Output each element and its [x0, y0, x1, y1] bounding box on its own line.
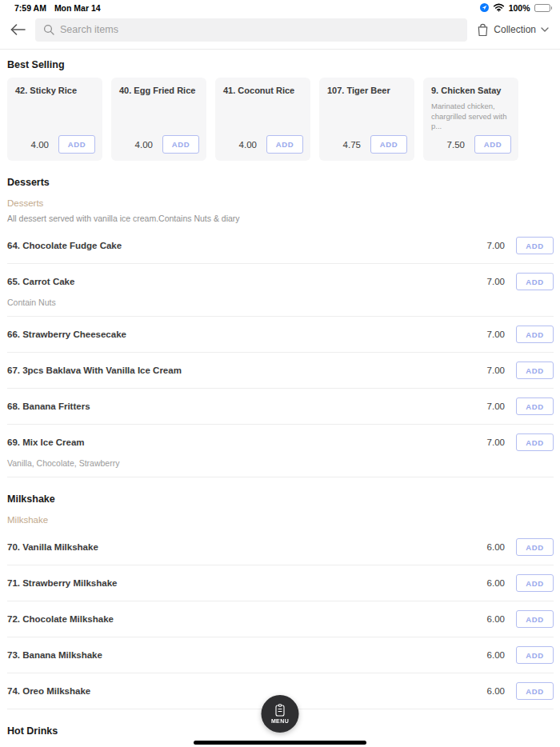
section-title: Milkshake [7, 493, 554, 505]
menu-item-row[interactable]: 72. Chocolate Milkshake 6.00 ADD [7, 601, 554, 637]
card-price: 4.00 [135, 140, 153, 150]
item-name: 72. Chocolate Milkshake [7, 614, 487, 624]
search-icon [43, 24, 54, 35]
card-price: 4.75 [343, 140, 361, 150]
item-name: 74. Oreo Milkshake [7, 686, 487, 696]
add-button[interactable]: ADD [516, 433, 554, 451]
menu-item-row[interactable]: 68. Banana Fritters 7.00 ADD [7, 389, 554, 425]
item-name: 68. Banana Fritters [7, 401, 487, 411]
add-button[interactable]: ADD [516, 326, 554, 343]
card-title: 107. Tiger Beer [327, 86, 407, 97]
item-name: 71. Strawberry Milkshake [7, 578, 487, 588]
item-price: 6.00 [487, 614, 505, 624]
best-selling-title: Best Selling [7, 59, 554, 70]
card-price: 4.00 [239, 140, 257, 150]
add-button[interactable]: ADD [58, 135, 95, 154]
card-desc: Marinated chicken, chargrilled served wi… [431, 102, 511, 132]
card-title: 42. Sticky Rice [15, 86, 95, 97]
item-price: 7.00 [487, 366, 505, 375]
status-bar: 7:59 AM Mon Mar 14 100% [0, 0, 560, 14]
item-price: 7.00 [487, 330, 505, 339]
menu-item-row[interactable]: 70. Vanilla Milkshake 6.00 ADD [7, 529, 554, 565]
status-time: 7:59 AM [14, 3, 46, 13]
item-name: 70. Vanilla Milkshake [7, 542, 487, 552]
header-divider [0, 49, 560, 50]
card-price: 4.00 [31, 140, 49, 150]
best-selling-card[interactable]: 9. Chicken Satay Marinated chicken, char… [423, 78, 518, 161]
menu-item-row[interactable]: 67. 3pcs Baklava With Vanilla Ice Cream … [7, 353, 554, 389]
card-price: 7.50 [447, 140, 465, 150]
item-price: 6.00 [487, 578, 505, 588]
item-name: 65. Carrot Cake [7, 277, 487, 286]
menu-icon [275, 704, 286, 717]
add-button[interactable]: ADD [516, 646, 554, 664]
best-selling-cards: 42. Sticky Rice 4.00 ADD 40. Egg Fried R… [7, 78, 554, 161]
section-items: 70. Vanilla Milkshake 6.00 ADD 71. Straw… [7, 529, 554, 709]
best-selling-card[interactable]: 41. Coconut Rice 4.00 ADD [215, 78, 310, 161]
item-price: 6.00 [487, 650, 505, 660]
add-button[interactable]: ADD [516, 273, 554, 290]
chevron-down-icon [541, 27, 549, 32]
item-name: 67. 3pcs Baklava With Vanilla Ice Cream [7, 366, 487, 375]
item-price: 7.00 [487, 401, 505, 411]
menu-item-row[interactable]: 71. Strawberry Milkshake 6.00 ADD [7, 565, 554, 601]
collection-dropdown[interactable]: Collection [475, 20, 550, 40]
item-price: 6.00 [487, 542, 505, 552]
add-button[interactable]: ADD [516, 574, 554, 592]
item-price: 6.00 [487, 686, 505, 696]
best-selling-card[interactable]: 40. Egg Fried Rice 4.00 ADD [111, 78, 206, 161]
add-button[interactable]: ADD [516, 538, 554, 556]
menu-item-row[interactable]: 66. Strawberry Cheesecake 7.00 ADD [7, 317, 554, 353]
add-button[interactable]: ADD [162, 135, 199, 154]
sections-container: Desserts Desserts All dessert served wit… [7, 177, 554, 747]
search-bar[interactable] [35, 18, 467, 42]
section-subtitle: Desserts [7, 198, 554, 208]
status-date: Mon Mar 14 [54, 3, 101, 13]
item-name: 66. Strawberry Cheesecake [7, 330, 487, 339]
best-selling-card[interactable]: 42. Sticky Rice 4.00 ADD [7, 78, 102, 161]
add-button[interactable]: ADD [516, 362, 554, 379]
wifi-icon [493, 3, 505, 12]
add-button[interactable]: ADD [516, 610, 554, 628]
item-price: 7.00 [487, 277, 505, 286]
add-button[interactable]: ADD [516, 397, 554, 415]
add-button[interactable]: ADD [516, 682, 554, 700]
menu-item-row[interactable]: 73. Banana Milkshake 6.00 ADD [7, 637, 554, 673]
item-price: 7.00 [487, 241, 505, 250]
menu-fab-button[interactable]: MENU [262, 695, 299, 733]
item-name: 73. Banana Milkshake [7, 650, 487, 660]
section-title: Desserts [7, 177, 554, 188]
battery-percent: 100% [509, 3, 530, 13]
item-desc: Contain Nuts [7, 298, 554, 307]
menu-fab-label: MENU [271, 718, 289, 724]
add-button[interactable]: ADD [516, 237, 554, 254]
battery-icon [534, 4, 553, 12]
menu-section: Milkshake Milkshake 70. Vanilla Milkshak… [7, 493, 554, 709]
menu-content: Best Selling 42. Sticky Rice 4.00 ADD 40… [0, 59, 560, 747]
card-title: 9. Chicken Satay [431, 86, 511, 97]
item-price: 7.00 [487, 437, 505, 447]
menu-section: Desserts Desserts All dessert served wit… [7, 177, 554, 477]
item-desc: Vanilla, Chocolate, Strawberry [7, 458, 554, 468]
section-items: 64. Chocolate Fudge Cake 7.00 ADD 65. Ca… [7, 228, 554, 477]
home-indicator[interactable] [194, 741, 366, 745]
search-input[interactable] [60, 24, 459, 35]
add-button[interactable]: ADD [474, 135, 511, 154]
section-description: All dessert served with vanilla ice crea… [7, 214, 554, 223]
menu-item-row[interactable]: 69. Mix Ice Cream 7.00 ADD Vanilla, Choc… [7, 425, 554, 477]
bag-icon [477, 23, 489, 37]
back-button[interactable] [8, 20, 27, 39]
item-name: 69. Mix Ice Cream [7, 437, 487, 447]
header: Collection [0, 14, 560, 46]
card-title: 41. Coconut Rice [223, 86, 303, 97]
item-name: 64. Chocolate Fudge Cake [7, 241, 487, 250]
add-button[interactable]: ADD [370, 135, 407, 154]
best-selling-card[interactable]: 107. Tiger Beer 4.75 ADD [319, 78, 414, 161]
card-title: 40. Egg Fried Rice [119, 86, 199, 97]
menu-item-row[interactable]: 65. Carrot Cake 7.00 ADD Contain Nuts [7, 264, 554, 317]
section-subtitle: Milkshake [7, 515, 554, 525]
location-icon [480, 3, 489, 12]
collection-label: Collection [494, 24, 536, 35]
add-button[interactable]: ADD [266, 135, 303, 154]
menu-item-row[interactable]: 64. Chocolate Fudge Cake 7.00 ADD [7, 228, 554, 264]
